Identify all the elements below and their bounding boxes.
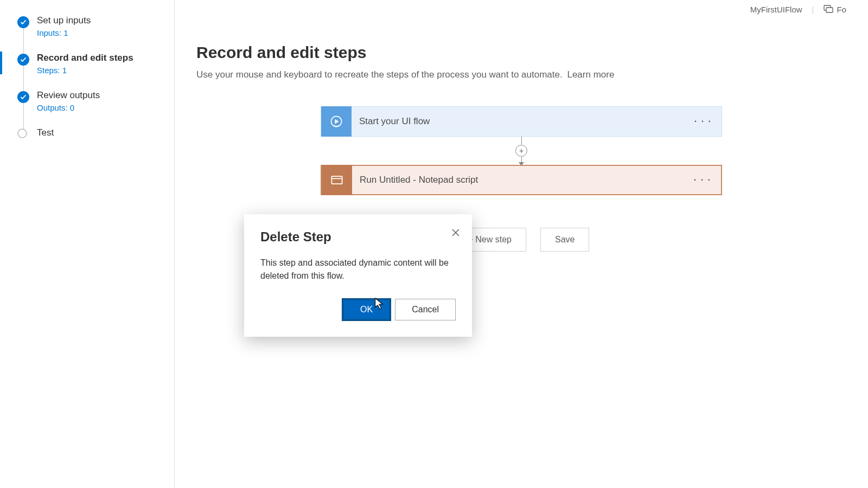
empty-circle-icon [17, 129, 27, 138]
flow-step-run-script[interactable]: Run Untitled - Notepad script · · · [321, 165, 722, 195]
wizard-step-title: Review outputs [37, 90, 174, 101]
window-icon [322, 165, 352, 195]
wizard-step-title: Set up inputs [37, 15, 174, 26]
check-icon [17, 16, 29, 28]
wizard-step-sub: Inputs: 1 [37, 28, 174, 37]
delete-step-dialog: Delete Step This step and associated dyn… [244, 214, 472, 337]
check-icon [17, 91, 29, 103]
topbar: MyFirstUIFlow | Fo [196, 0, 846, 18]
step-menu-button[interactable]: · · · [684, 175, 721, 185]
wizard-step-inputs[interactable]: Set up inputs Inputs: 1 [17, 15, 174, 53]
page-title: Record and edit steps [196, 43, 846, 62]
feedback-link[interactable]: Fo [824, 5, 846, 14]
play-record-icon [321, 106, 352, 137]
svg-rect-1 [826, 8, 833, 12]
wizard-sidebar: Set up inputs Inputs: 1 Record and edit … [0, 0, 175, 488]
wizard-step-record[interactable]: Record and edit steps Steps: 1 [17, 53, 174, 90]
wizard-step-sub: Outputs: 0 [37, 103, 174, 112]
page-description: Use your mouse and keyboard to recreate … [196, 69, 846, 80]
add-step-inline-button[interactable]: + [515, 145, 527, 157]
svg-rect-3 [331, 176, 342, 184]
wizard-step-sub: Steps: 1 [37, 66, 174, 75]
flow-name-label[interactable]: MyFirstUIFlow [750, 5, 802, 14]
learn-more-link[interactable]: Learn more [567, 69, 614, 80]
wizard-step-title: Test [37, 127, 174, 138]
step-menu-button[interactable]: · · · [685, 117, 722, 126]
close-icon [451, 228, 460, 237]
wizard-step-test[interactable]: Test [17, 127, 174, 153]
flow-connector: + [515, 137, 527, 165]
flow-step-label: Start your UI flow [352, 116, 685, 127]
flow-step-start[interactable]: Start your UI flow · · · [321, 106, 722, 137]
dialog-close-button[interactable] [451, 227, 460, 240]
feedback-icon [824, 5, 833, 14]
flow-step-label: Run Untitled - Notepad script [352, 175, 684, 185]
dialog-ok-button[interactable]: OK [342, 299, 391, 320]
check-icon [17, 54, 29, 66]
wizard-step-outputs[interactable]: Review outputs Outputs: 0 [17, 90, 174, 127]
dialog-body: This step and associated dynamic content… [260, 256, 456, 282]
dialog-title: Delete Step [260, 229, 456, 245]
save-button[interactable]: Save [540, 228, 589, 252]
wizard-step-title: Record and edit steps [37, 53, 174, 63]
dialog-cancel-button[interactable]: Cancel [395, 299, 456, 320]
